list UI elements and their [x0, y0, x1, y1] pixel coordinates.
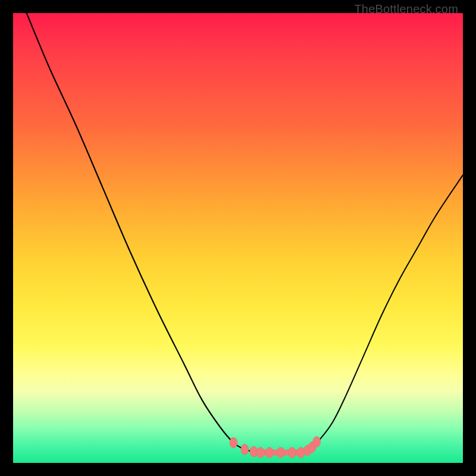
right-branch-line	[301, 175, 463, 452]
marker-dot	[256, 447, 264, 458]
marker-dot	[277, 447, 284, 458]
marker-dot	[241, 444, 249, 455]
chart-frame: TheBottleneck.com	[0, 0, 476, 476]
marker-dot	[230, 437, 237, 448]
marker-dot	[313, 436, 321, 447]
chart-svg	[13, 13, 463, 463]
marker-dot	[297, 447, 305, 458]
marker-dot	[250, 446, 258, 457]
plot-area	[13, 13, 463, 463]
marker-dot	[265, 447, 273, 458]
marker-dot	[288, 447, 296, 458]
left-branch-line	[27, 13, 261, 453]
